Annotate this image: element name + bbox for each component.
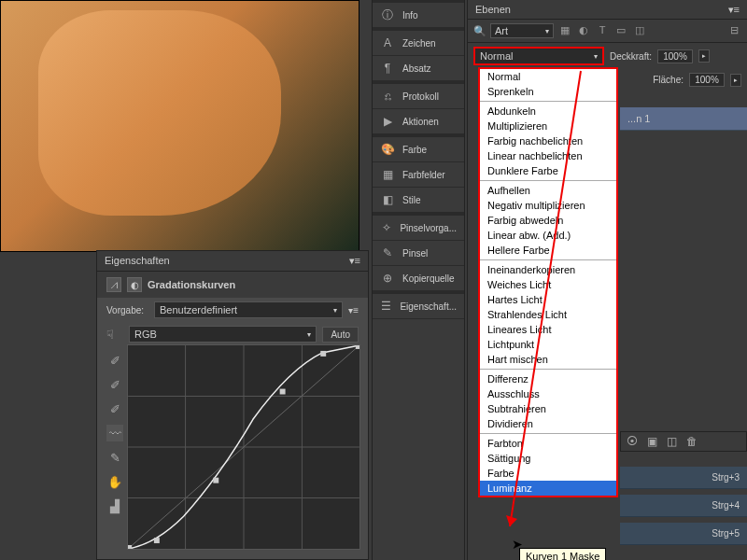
panel-protokoll[interactable]: ⎌Protokoll — [373, 81, 464, 109]
paragraph-icon: ¶ — [380, 62, 395, 75]
panel-zeichen[interactable]: AZeichen — [373, 28, 464, 56]
layers-tab-label[interactable]: Ebenen — [475, 4, 511, 15]
trash-icon[interactable]: 🗑 — [686, 435, 698, 448]
hand-icon[interactable]: ✋ — [106, 473, 123, 490]
panel-farbe[interactable]: 🎨Farbe — [373, 134, 464, 162]
channel-select[interactable]: RGB — [129, 326, 317, 343]
filter-toggle-icon[interactable]: ⊟ — [726, 24, 741, 37]
blend-farbig-nachbelichten[interactable]: Farbig nachbelichten — [480, 133, 616, 148]
auto-button[interactable]: Auto — [322, 327, 359, 343]
blend-multiplizieren[interactable]: Multiplizieren — [480, 119, 616, 133]
layers-bottom-toolbar: ⦿ ▣ ◫ 🗑 — [620, 431, 747, 452]
shortcut-3[interactable]: Strg+3 — [620, 467, 747, 489]
link-icon[interactable]: ⦿ — [627, 435, 638, 448]
tooltip: Kurven 1 Maske — [519, 548, 606, 560]
opacity-input[interactable]: 100% — [657, 49, 693, 63]
eyedropper-gray-icon[interactable]: ✐ — [106, 376, 123, 393]
character-icon: A — [380, 36, 395, 49]
panel-info[interactable]: ⓘInfo — [373, 0, 464, 28]
preset-label: Vorgabe: — [106, 305, 148, 315]
blend-differenz[interactable]: Differenz — [480, 371, 616, 386]
pencil-mode-icon[interactable]: ✎ — [106, 449, 123, 466]
panel-kopierquelle[interactable]: ⊕Kopierquelle — [373, 266, 464, 291]
panel-eigenschaften[interactable]: ☰Eigenschaft... — [373, 291, 464, 319]
curve-mode-icon[interactable]: 〰 — [106, 425, 123, 441]
info-icon: ⓘ — [380, 8, 395, 21]
preset-select[interactable]: Benutzerdefiniert — [154, 301, 343, 318]
blend-farbe[interactable]: Farbe — [480, 466, 616, 481]
blend-farbig-abwedeln[interactable]: Farbig abwedeln — [480, 213, 616, 228]
blend-normal[interactable]: Normal — [480, 69, 616, 84]
eyedropper-white-icon[interactable]: ✐ — [106, 400, 123, 417]
svg-rect-7 — [128, 545, 132, 549]
blend-hartes-licht[interactable]: Hartes Licht — [480, 292, 616, 307]
shortcut-5[interactable]: Strg+5 — [620, 523, 747, 545]
opacity-flyout-icon[interactable]: ▸ — [698, 49, 710, 63]
panel-dock: ⓘInfo AZeichen ¶Absatz ⎌Protokoll ▶Aktio… — [372, 0, 465, 560]
svg-rect-8 — [154, 538, 160, 543]
histogram-icon[interactable]: ▟ — [106, 497, 123, 514]
blend-aufhellen[interactable]: Aufhellen — [480, 183, 616, 198]
history-icon: ⎌ — [380, 90, 395, 103]
shortcut-4[interactable]: Strg+4 — [620, 495, 747, 517]
filter-smart-icon[interactable]: ◫ — [632, 24, 647, 37]
mask-add-icon[interactable]: ◫ — [667, 435, 677, 448]
panel-pinselvorg[interactable]: ✧Pinselvorga... — [373, 213, 464, 241]
svg-rect-12 — [356, 345, 359, 349]
fill-input[interactable]: 100% — [689, 73, 725, 87]
filter-pixel-icon[interactable]: ▦ — [557, 24, 572, 37]
fill-flyout-icon[interactable]: ▸ — [730, 74, 741, 87]
properties-panel: Eigenschaften▾≡ ⩘ ◐ Gradationskurven Vor… — [96, 250, 369, 560]
blend-subtrahieren[interactable]: Subtrahieren — [480, 401, 616, 416]
filter-type-select[interactable]: Art — [490, 23, 554, 38]
blend-negativ-multiplizieren[interactable]: Negativ multiplizieren — [480, 198, 616, 213]
fill-label: Fläche: — [653, 75, 684, 85]
brush-icon: ✎ — [380, 246, 395, 259]
blend-lichtpunkt[interactable]: Lichtpunkt — [480, 337, 616, 352]
blend-dunklere-farbe[interactable]: Dunklere Farbe — [480, 163, 616, 178]
document-canvas[interactable]: ...% (Gimp..., 1...) — [0, 0, 359, 252]
finger-icon[interactable]: ☟ — [106, 328, 123, 342]
adjustment-title: Gradationskurven — [148, 279, 235, 290]
blend-farbton[interactable]: Farbton — [480, 436, 616, 451]
blend-sprenkeln[interactable]: Sprenkeln — [480, 84, 616, 99]
blend-hellere-farbe[interactable]: Hellere Farbe — [480, 243, 616, 258]
blend-saettigung[interactable]: Sättigung — [480, 451, 616, 466]
panel-absatz[interactable]: ¶Absatz — [373, 56, 464, 81]
blend-ausschluss[interactable]: Ausschluss — [480, 386, 616, 401]
filter-shape-icon[interactable]: ▭ — [613, 24, 628, 37]
layer-row[interactable]: ...n 1 — [620, 107, 747, 131]
curve-tools: ✐ ✐ ✐ 〰 ✎ ✋ ▟ — [101, 344, 127, 522]
blend-weiches-licht[interactable]: Weiches Licht — [480, 277, 616, 292]
blend-hart-mischen[interactable]: Hart mischen — [480, 352, 616, 367]
blend-linear-abw[interactable]: Linear abw. (Add.) — [480, 228, 616, 243]
palette-icon: 🎨 — [380, 143, 395, 156]
panel-menu-icon[interactable]: ▾≡ — [728, 4, 740, 16]
panel-menu-icon[interactable]: ▾≡ — [349, 255, 360, 267]
swatches-icon: ▦ — [380, 168, 395, 181]
preset-menu-icon[interactable]: ▾≡ — [348, 305, 359, 315]
svg-rect-9 — [213, 478, 218, 483]
panel-stile[interactable]: ◧Stile — [373, 188, 464, 213]
eyedropper-black-icon[interactable]: ✐ — [106, 352, 123, 369]
blend-strahlendes-licht[interactable]: Strahlendes Licht — [480, 307, 616, 322]
properties-header: Eigenschaften — [105, 255, 170, 267]
blend-linear-nachbelichten[interactable]: Linear nachbelichten — [480, 148, 616, 163]
blend-mode-dropdown: Normal Sprenkeln Abdunkeln Multipliziere… — [478, 67, 618, 497]
blend-dividieren[interactable]: Dividieren — [480, 416, 616, 431]
curves-icon: ⩘ — [106, 277, 121, 292]
blend-lineares-licht[interactable]: Lineares Licht — [480, 322, 616, 337]
panel-farbfelder[interactable]: ▦Farbfelder — [373, 162, 464, 188]
opacity-label: Deckkraft: — [610, 51, 652, 62]
panel-pinsel[interactable]: ✎Pinsel — [373, 241, 464, 266]
folder-icon[interactable]: ▣ — [647, 435, 657, 448]
blend-ineinanderkopieren[interactable]: Ineinanderkopieren — [480, 262, 616, 277]
blend-abdunkeln[interactable]: Abdunkeln — [480, 104, 616, 119]
blend-mode-select[interactable]: Normal — [473, 47, 604, 65]
curves-graph[interactable] — [127, 344, 360, 550]
clone-icon: ⊕ — [380, 272, 395, 285]
blend-luminanz[interactable]: Luminanz — [480, 481, 616, 496]
filter-text-icon[interactable]: T — [595, 24, 610, 37]
filter-adjust-icon[interactable]: ◐ — [576, 24, 591, 37]
panel-aktionen[interactable]: ▶Aktionen — [373, 109, 464, 134]
